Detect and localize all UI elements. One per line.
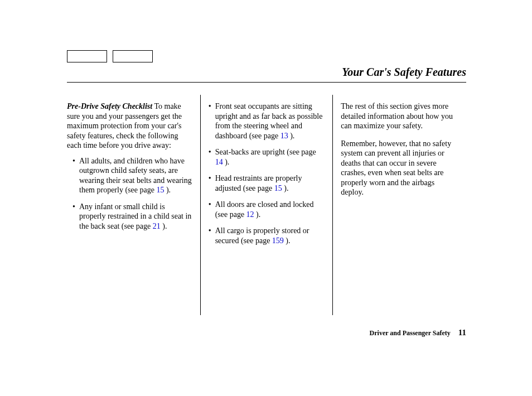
nav-button-next[interactable] [113,50,153,62]
item-text: Any infant or small child is properly re… [79,202,191,230]
page-header: Your Car's Safety Features [67,66,466,83]
page-link[interactable]: 14 [215,158,223,166]
item-text-post: ). [282,184,289,192]
page-footer: Driver and Passenger Safety 11 [370,328,466,337]
page-link[interactable]: 13 [280,132,288,140]
item-text-post: ). [284,236,291,245]
item-text-post: ). [254,210,261,219]
item-text: Head restraints are properly adjusted (s… [215,174,302,192]
item-text: Front seat occupants are sitting upright… [215,102,323,140]
page-number: 11 [458,328,466,337]
item-text-post: ). [223,158,230,166]
paragraph: The rest of this section gives more deta… [341,102,458,131]
column-3: The rest of this section gives more deta… [333,95,466,315]
item-text-post: ). [161,222,167,230]
item-text: All doors are closed and locked (see pag… [215,200,314,219]
list-item: Head restraints are properly adjusted (s… [209,173,325,193]
column-1: Pre-Drive Safety Checklist To make sure … [67,95,200,315]
page-title: Your Car's Safety Features [67,66,466,82]
list-item: All adults, and children who have outgro… [72,156,192,195]
list-item: Front seat occupants are sitting upright… [209,102,325,141]
page-link[interactable]: 12 [246,210,254,219]
item-text: All adults, and children who have outgro… [79,157,192,195]
nav-buttons-row [67,50,153,62]
page-link[interactable]: 15 [156,186,164,194]
item-text-post: ). [164,186,171,194]
column-2: Front seat occupants are sitting upright… [200,95,333,315]
page-link[interactable]: 159 [272,236,284,245]
list-item: All cargo is properly stored or secured … [209,226,325,245]
item-text: All cargo is properly stored or secured … [215,226,309,245]
footer-section-label: Driver and Passenger Safety [370,329,451,337]
paragraph: Remember, however, that no safety system… [341,139,458,197]
item-text-post: ). [288,132,295,140]
item-text: Seat-backs are upright (see page [215,148,316,156]
list-item: Any infant or small child is properly re… [72,202,192,231]
checklist-col1: All adults, and children who have outgro… [67,156,192,231]
page-link[interactable]: 21 [153,222,161,230]
page-link[interactable]: 15 [274,184,282,192]
content-columns: Pre-Drive Safety Checklist To make sure … [67,95,466,315]
subheading: Pre-Drive Safety Checklist [67,102,152,110]
checklist-col2: Front seat occupants are sitting upright… [209,102,325,245]
nav-button-prev[interactable] [67,50,107,62]
manual-page: Your Car's Safety Features Pre-Drive Saf… [0,0,532,396]
list-item: All doors are closed and locked (see pag… [209,200,325,219]
list-item: Seat-backs are upright (see page 14 ). [209,147,325,167]
header-rule [67,82,466,83]
